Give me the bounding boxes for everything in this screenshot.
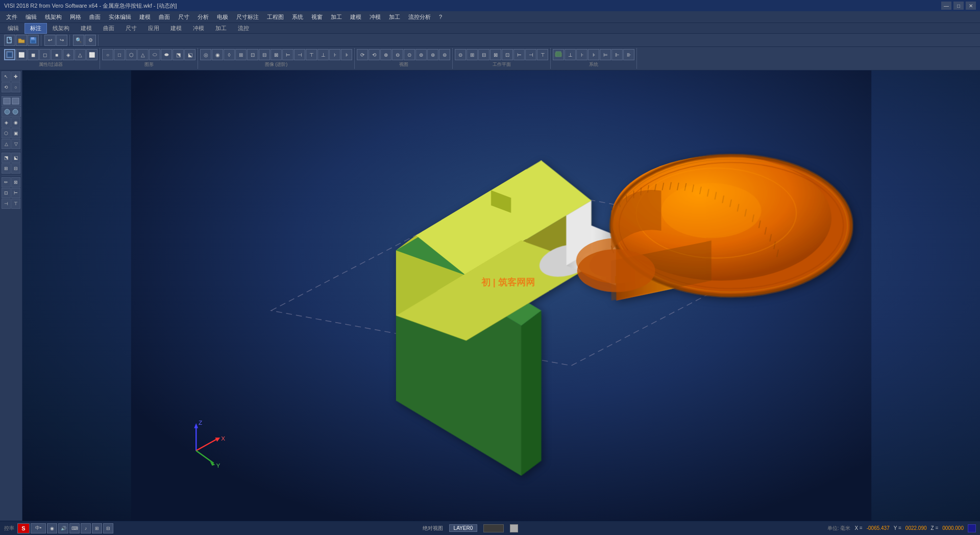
lt-select[interactable]: ↖	[2, 71, 11, 82]
menu-solid-edit[interactable]: 实体编辑	[105, 12, 135, 22]
menu-system[interactable]: 系统	[288, 12, 307, 22]
tb-img2[interactable]: ◉	[212, 49, 223, 60]
tb-img3[interactable]: ◊	[224, 49, 235, 60]
tb-settings[interactable]: ⚙	[85, 35, 96, 46]
maximize-button[interactable]: □	[953, 2, 964, 10]
tb-filter4[interactable]: ◻	[39, 49, 51, 60]
tab-build2[interactable]: 建模	[165, 23, 187, 34]
tb-img8[interactable]: ⊢	[282, 49, 293, 60]
menu-help[interactable]: ?	[435, 13, 446, 21]
menu-annotation[interactable]: 尺寸标注	[232, 12, 263, 22]
lt-select2[interactable]: ✚	[11, 71, 20, 82]
lt-btn11a[interactable]: ⊡	[2, 188, 11, 198]
tb-save[interactable]	[28, 35, 39, 46]
tb-shape7[interactable]: ⬔	[173, 49, 184, 60]
tb-img9[interactable]: ⊣	[294, 49, 305, 60]
menu-dim[interactable]: 尺寸	[174, 12, 193, 22]
menu-view[interactable]: 视窗	[307, 12, 327, 22]
status-btn-s[interactable]: S	[17, 523, 30, 533]
status-btn-1[interactable]: ◉	[47, 523, 57, 533]
menu-drawing[interactable]: 工程图	[263, 12, 288, 22]
tb-wp7[interactable]: ⊣	[525, 49, 536, 60]
tb-sys5[interactable]: ⊨	[600, 49, 611, 60]
tb-view8[interactable]: ⊜	[439, 49, 450, 60]
tb-shape8[interactable]: ⬕	[184, 49, 195, 60]
tb-sys3[interactable]: ⊦	[576, 49, 587, 60]
status-btn-6[interactable]: ⊟	[103, 523, 113, 533]
tb-img10[interactable]: ⊤	[306, 49, 317, 60]
tb-view4[interactable]: ⊖	[392, 49, 403, 60]
tb-view7[interactable]: ⊛	[427, 49, 438, 60]
tab-annotation[interactable]: 标注	[24, 23, 47, 34]
lt-btn7b[interactable]: ▽	[11, 139, 20, 149]
lt-btn6a[interactable]: ⬡	[2, 128, 11, 138]
tab-stamp[interactable]: 冲模	[187, 23, 210, 34]
tb-img11[interactable]: ⊥	[317, 49, 329, 60]
menu-build[interactable]: 建模	[135, 12, 155, 22]
tb-sys7[interactable]: ⊪	[623, 49, 634, 60]
lt-rotate[interactable]: ⟲	[2, 82, 11, 92]
tb-view1[interactable]: ⟳	[357, 49, 368, 60]
tb-img12[interactable]: ⊦	[329, 49, 340, 60]
tb-sys1[interactable]	[553, 49, 564, 60]
lt-btn8b[interactable]: ⬕	[11, 153, 20, 163]
tb-shape1[interactable]: ○	[102, 49, 113, 60]
menu-flow[interactable]: 流控分析	[404, 12, 435, 22]
tb-img4[interactable]: ⊞	[235, 49, 247, 60]
tb-filter5[interactable]: ■	[51, 49, 62, 60]
status-btn-3[interactable]: ⌨	[69, 523, 80, 533]
minimize-button[interactable]: —	[941, 2, 951, 10]
menu-mesh[interactable]: 网格	[66, 12, 85, 22]
tb-filter7[interactable]: △	[75, 49, 86, 60]
tb-sys4[interactable]: ⊧	[588, 49, 599, 60]
tb-wp5[interactable]: ⊡	[502, 49, 513, 60]
tb-img1[interactable]: ◎	[200, 49, 211, 60]
lt-btn11b[interactable]: ⊢	[11, 188, 20, 198]
tab-edit[interactable]: 编辑	[2, 23, 24, 34]
tb-wp3[interactable]: ⊟	[478, 49, 489, 60]
tb-wp8[interactable]: ⊤	[537, 49, 548, 60]
tb-sys2[interactable]: ⊥	[565, 49, 576, 60]
tb-img5[interactable]: ⊡	[247, 49, 258, 60]
menu-wire[interactable]: 线架构	[41, 12, 66, 22]
lt-btn7a[interactable]: △	[2, 139, 11, 149]
tb-view3[interactable]: ⊕	[380, 49, 391, 60]
tb-sys6[interactable]: ⊩	[611, 49, 623, 60]
menu-machining[interactable]: 加工	[327, 12, 346, 22]
menu-modeling[interactable]: 建模	[346, 12, 365, 22]
lt-btn9a[interactable]: ⊞	[2, 163, 11, 174]
tab-wireframe[interactable]: 线架构	[47, 23, 75, 34]
tb-wp2[interactable]: ⊞	[467, 49, 478, 60]
tb-filter2[interactable]: ⬜	[16, 49, 27, 60]
tb-img6[interactable]: ⊟	[259, 49, 270, 60]
tb-undo[interactable]: ↩	[44, 35, 56, 46]
tb-open[interactable]	[16, 35, 27, 46]
tb-view6[interactable]: ⊚	[415, 49, 427, 60]
close-button[interactable]: ✕	[966, 2, 976, 10]
menu-stamping[interactable]: 冲模	[365, 12, 385, 22]
tb-shape6[interactable]: ⬬	[161, 49, 172, 60]
lt-btn8a[interactable]: ⬔	[2, 153, 11, 163]
tb-redo[interactable]: ↪	[56, 35, 67, 46]
tb-img13[interactable]: ⊧	[341, 49, 352, 60]
status-btn-5[interactable]: ⊞	[92, 523, 102, 533]
tab-flow[interactable]: 流控	[232, 23, 255, 34]
tb-filter6[interactable]: ◈	[63, 49, 74, 60]
tb-shape4[interactable]: △	[137, 49, 149, 60]
tab-build[interactable]: 建模	[75, 23, 97, 34]
tb-img7[interactable]: ⊠	[271, 49, 282, 60]
tab-surface[interactable]: 曲面	[97, 23, 120, 34]
tab-dim[interactable]: 尺寸	[120, 23, 142, 34]
lt-btn3[interactable]	[2, 96, 21, 106]
tb-filter3[interactable]: ◼	[28, 49, 39, 60]
lt-btn12b[interactable]: ⊤	[11, 199, 20, 209]
lt-btn10a[interactable]: ✏	[2, 177, 11, 187]
tb-zoom-in[interactable]: 🔍	[73, 35, 84, 46]
tb-filter8[interactable]: ⬜	[86, 49, 97, 60]
tab-machine[interactable]: 加工	[210, 23, 232, 34]
model-3d[interactable]: 初 | 筑客网网 Z X Y	[22, 70, 980, 521]
tb-wp6[interactable]: ⊢	[513, 49, 525, 60]
menu-electrode[interactable]: 电极	[213, 12, 232, 22]
lt-circle[interactable]: ○	[11, 82, 20, 92]
tb-view5[interactable]: ⊙	[404, 49, 415, 60]
